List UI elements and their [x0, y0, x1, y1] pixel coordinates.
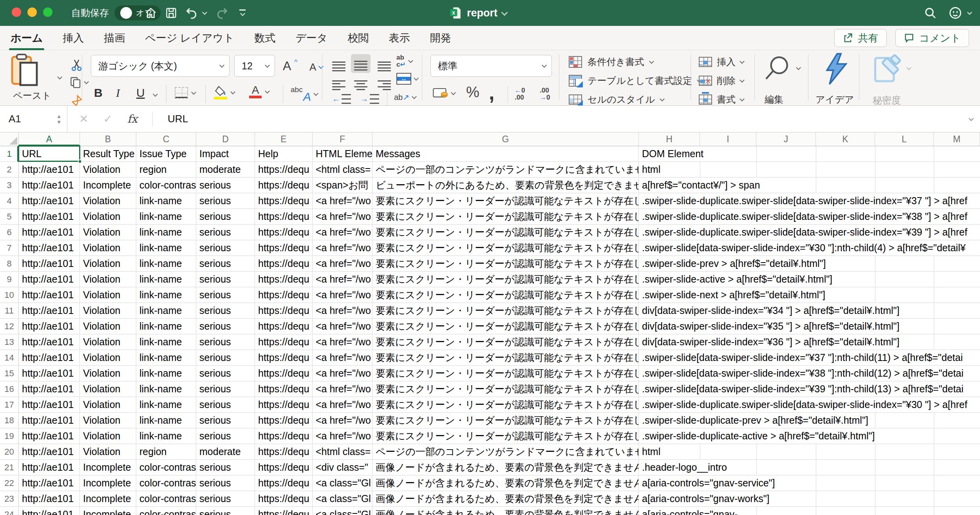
cell-D10[interactable]: serious [196, 287, 255, 303]
expand-formula-bar-button[interactable] [969, 116, 973, 123]
cell-A7[interactable]: http://ae101 [19, 240, 80, 256]
decrease-indent-button[interactable]: ← [329, 92, 354, 106]
cell-H22[interactable]: a[aria-controls="gnav-service"] [639, 475, 779, 491]
cell-A2[interactable]: http://ae101 [19, 162, 80, 178]
cell-D20[interactable]: moderate [196, 444, 255, 460]
cell-B5[interactable]: Violation [80, 209, 136, 225]
cell-H3[interactable]: a[href$="contact¥/"] > span [639, 178, 764, 193]
cell-D2[interactable]: moderate [196, 162, 255, 178]
cell-C19[interactable]: link-name [136, 428, 196, 444]
cell-G8[interactable]: 要素にスクリーン・リーダーが認識可能なテキストが存在してい [372, 256, 639, 272]
title-menu-chevron-icon[interactable] [501, 9, 508, 16]
cell-G23[interactable]: 画像ノードが含まれるため、要素の背景色を判定できません [372, 491, 639, 507]
cell-A9[interactable]: http://ae101 [19, 272, 80, 287]
tab-review[interactable]: 校閲 [347, 31, 369, 45]
row-header-18[interactable]: 18 [0, 413, 19, 428]
cell-H24-overflow-area[interactable]: a[aria-controls="gnav- [639, 507, 980, 515]
cell-D3[interactable]: serious [196, 178, 255, 193]
comments-button[interactable]: コメント [895, 29, 969, 47]
select-all-corner[interactable] [0, 132, 19, 146]
cell-G17[interactable]: 要素にスクリーン・リーダーが認識可能なテキストが存在してい [372, 397, 639, 413]
cell-D16[interactable]: serious [196, 381, 255, 397]
row-header-2[interactable]: 2 [0, 162, 19, 178]
cell-H23[interactable]: a[aria-controls="gnav-works"] [639, 491, 774, 506]
cell-E21[interactable]: https://dequ [255, 460, 313, 475]
cell-B4[interactable]: Violation [80, 193, 136, 209]
cell-F2[interactable]: <html class= [313, 162, 372, 178]
row-header-24[interactable]: 24 [0, 507, 19, 515]
cell-B12[interactable]: Violation [80, 319, 136, 334]
cell-A16[interactable]: http://ae101 [19, 381, 80, 397]
cell-H2-overflow-area[interactable]: html [639, 162, 980, 178]
cell-H7[interactable]: .swiper-slide[data-swiper-slide-index="¥… [639, 240, 969, 256]
cell-C9[interactable]: link-name [136, 272, 196, 287]
cell-B22[interactable]: Incomplete [80, 475, 136, 491]
cell-H9-overflow-area[interactable]: .swiper-slide-active > a[href$="detail¥.… [639, 272, 980, 287]
cell-F7[interactable]: <a href="/wo [313, 240, 372, 256]
row-header-17[interactable]: 17 [0, 397, 19, 413]
cell-B8[interactable]: Violation [80, 256, 136, 272]
increase-font-button[interactable]: A^ [283, 59, 297, 73]
row-header-10[interactable]: 10 [0, 287, 19, 303]
format-cells-button[interactable]: 書式 [699, 93, 744, 106]
cell-F14[interactable]: <a href="/wo [313, 350, 372, 366]
conditional-formatting-button[interactable]: 条件付き書式 [569, 56, 653, 68]
name-box[interactable]: A1 ▲▼ [0, 106, 67, 132]
cell-C10[interactable]: link-name [136, 287, 196, 303]
cell-C16[interactable]: link-name [136, 381, 196, 397]
cell-H20-overflow-area[interactable]: html [639, 444, 980, 460]
cell-B6[interactable]: Violation [80, 225, 136, 240]
cell-G6[interactable]: 要素にスクリーン・リーダーが認識可能なテキストが存在してい [372, 225, 639, 240]
cell-D1[interactable]: Impact [196, 146, 255, 162]
cell-E13[interactable]: https://dequ [255, 334, 313, 350]
cell-H5-overflow-area[interactable]: .swiper-slide-duplicate.swiper-slide[dat… [639, 209, 980, 225]
cell-H8[interactable]: .swiper-slide-prev > a[href$="detail¥.ht… [639, 256, 830, 271]
cell-A22[interactable]: http://ae101 [19, 475, 80, 491]
cell-D13[interactable]: serious [196, 334, 255, 350]
cell-styles-button[interactable]: セルのスタイル [569, 93, 664, 106]
cell-H23-overflow-area[interactable]: a[aria-controls="gnav-works"] [639, 491, 980, 507]
row-header-9[interactable]: 9 [0, 272, 19, 287]
cell-G12[interactable]: 要素にスクリーン・リーダーが認識可能なテキストが存在してい [372, 319, 639, 334]
cell-H12-overflow-area[interactable]: div[data-swiper-slide-index="¥35 "] > a[… [639, 319, 980, 334]
row-header-5[interactable]: 5 [0, 209, 19, 225]
cell-C15[interactable]: link-name [136, 366, 196, 381]
cell-H7-overflow-area[interactable]: .swiper-slide[data-swiper-slide-index="¥… [639, 240, 980, 256]
cell-B3[interactable]: Incomplete [80, 178, 136, 193]
zoom-window-button[interactable] [43, 7, 52, 17]
tab-insert[interactable]: 挿入 [62, 31, 85, 45]
cell-E16[interactable]: https://dequ [255, 381, 313, 397]
sensitivity-button[interactable] [873, 53, 911, 85]
cell-H5[interactable]: .swiper-slide-duplicate.swiper-slide[dat… [639, 209, 971, 224]
cell-H19-overflow-area[interactable]: .swiper-slide-duplicate-active > a[href$… [639, 428, 980, 444]
cell-A21[interactable]: http://ae101 [19, 460, 80, 475]
cell-F6[interactable]: <a href="/wo [313, 225, 372, 240]
cell-C24[interactable]: color-contrast [136, 507, 196, 515]
customize-toolbar-button[interactable] [237, 5, 248, 20]
cell-C14[interactable]: link-name [136, 350, 196, 366]
cell-E3[interactable]: https://dequ [255, 178, 313, 193]
ideas-button[interactable] [820, 53, 852, 85]
cell-E10[interactable]: https://dequ [255, 287, 313, 303]
tab-formulas[interactable]: 数式 [253, 31, 276, 45]
cell-A4[interactable]: http://ae101 [19, 193, 80, 209]
cell-F17[interactable]: <a href="/wo [313, 397, 372, 413]
column-header-A[interactable]: A [19, 132, 80, 146]
cell-H14-overflow-area[interactable]: .swiper-slide[data-swiper-slide-index="¥… [639, 350, 980, 366]
underline-menu-chevron[interactable] [154, 92, 157, 99]
format-as-table-button[interactable]: テーブルとして書式設定 [569, 74, 701, 87]
cell-H2[interactable]: html [639, 162, 664, 177]
row-header-19[interactable]: 19 [0, 428, 19, 444]
cell-F22[interactable]: <a class="Gl [313, 475, 372, 491]
cell-B7[interactable]: Violation [80, 240, 136, 256]
decrease-font-button[interactable]: A [309, 61, 323, 73]
cell-G20[interactable]: ページの一部のコンテンツがランドマークに含まれていません [372, 444, 639, 460]
cell-B18[interactable]: Violation [80, 413, 136, 428]
cell-F24[interactable]: <a class="Gl [313, 507, 372, 515]
cancel-entry-button[interactable]: ✕ [79, 112, 88, 125]
cell-H16[interactable]: .swiper-slide[data-swiper-slide-index="¥… [639, 381, 967, 397]
cell-H16-overflow-area[interactable]: .swiper-slide[data-swiper-slide-index="¥… [639, 381, 980, 397]
row-header-1[interactable]: 1 [0, 146, 19, 162]
cell-C23[interactable]: color-contrast [136, 491, 196, 507]
cell-C7[interactable]: link-name [136, 240, 196, 256]
